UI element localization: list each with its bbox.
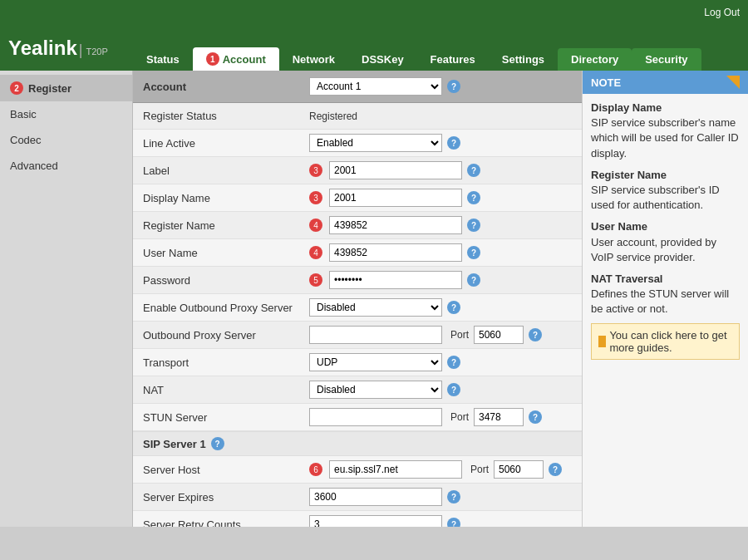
note-content: Display NameSIP service subscriber's nam… [583,94,748,366]
note-link[interactable]: You can click here to get more guides. [591,323,740,360]
note-user-name: User NameUser account, provided by VoIP … [591,219,740,265]
display-name-input[interactable] [329,189,462,207]
user-name-row: User Name 4 ? [133,239,582,267]
sidebar-register-label: Register [28,82,71,95]
note-panel: NOTE Display NameSIP service subscriber'… [582,71,748,527]
sip-server1-help-icon[interactable]: ? [211,437,224,450]
transport-help-icon[interactable]: ? [447,356,460,369]
outbound-proxy-label: Outbound Proxy Server [143,329,309,341]
sip1-port-label: Port [470,464,489,475]
display-name-control: 3 ? [309,189,480,207]
sip-server1-header: SIP Server 1 ? [133,431,582,456]
register-status-row: Register Status Registered [133,103,582,130]
nav-network[interactable]: Network [279,48,348,71]
transport-select[interactable]: UDP TCP TLS [309,353,442,371]
note-link-icon [598,336,606,347]
note-register-name: Register NameSIP service subscriber's ID… [591,168,740,214]
outbound-proxy-help-icon[interactable]: ? [529,328,542,341]
nav-settings-label: Settings [502,53,544,66]
sip1-retry-row: Server Retry Counts ? [133,511,582,527]
account-select[interactable]: Account 1 Account 2 Account 3 [309,77,442,96]
header: Log Out [0,0,748,25]
account-help-icon[interactable]: ? [447,80,460,93]
register-name-help-icon[interactable]: ? [467,219,480,232]
register-status-control: Registered [309,111,357,122]
stun-row: STUN Server Port ? [133,404,582,431]
main-layout: 2 Register Basic Codec Advanced Account … [0,71,748,527]
label-help-icon[interactable]: ? [467,164,480,177]
nav-features-label: Features [431,53,475,66]
stun-input[interactable] [309,408,442,426]
label-field-label: Label [143,165,309,177]
outbound-proxy-input[interactable] [309,326,442,344]
outbound-enable-control: Disabled Enabled ? [309,298,460,317]
label-control: 3 ? [309,161,480,179]
label-badge: 3 [309,164,322,177]
sip1-retry-help-icon[interactable]: ? [447,518,460,527]
register-name-label: Register Name [143,219,309,232]
sidebar-advanced-label: Advanced [10,160,58,172]
nav-settings[interactable]: Settings [489,48,558,71]
sip1-host-badge: 6 [309,463,322,476]
nat-row: NAT Disabled Enabled ? [133,376,582,404]
account-header-label: Account [143,81,309,93]
sip1-expires-input[interactable] [309,488,442,506]
sip1-port-input[interactable] [494,460,544,479]
sidebar-item-register[interactable]: 2 Register [0,75,132,101]
form-container: Account Account 1 Account 2 Account 3 ? … [133,71,582,527]
sidebar-item-basic[interactable]: Basic [0,101,132,127]
sidebar-item-codec[interactable]: Codec [0,127,132,153]
transport-row: Transport UDP TCP TLS ? [133,349,582,376]
outbound-enable-help-icon[interactable]: ? [447,301,460,314]
display-name-label: Display Name [143,192,309,204]
register-status-label: Register Status [143,110,309,122]
nav-security-label: Security [645,53,687,66]
sidebar-item-advanced[interactable]: Advanced [0,153,132,179]
stun-port-input[interactable] [474,408,524,426]
logo-model: T20P [86,47,107,56]
sip1-host-input[interactable] [329,460,462,479]
password-help-icon[interactable]: ? [467,273,480,287]
nav-directory[interactable]: Directory [558,48,632,71]
sip-server1-title: SIP Server 1 [143,438,206,450]
logo-brand: Yealink [8,37,77,60]
outbound-port-input[interactable] [474,326,524,344]
nav-dsskey[interactable]: DSSKey [348,48,417,71]
display-name-help-icon[interactable]: ? [467,191,480,204]
user-name-input[interactable] [329,243,462,262]
nav-features[interactable]: Features [417,48,489,71]
register-name-input[interactable] [329,216,462,234]
nat-help-icon[interactable]: ? [447,383,460,396]
register-name-badge: 4 [309,219,322,232]
nav-status-label: Status [146,53,180,66]
sip1-expires-help-icon[interactable]: ? [447,490,460,504]
user-name-help-icon[interactable]: ? [467,246,480,259]
transport-control: UDP TCP TLS ? [309,353,460,371]
register-name-control: 4 ? [309,216,480,234]
password-input[interactable] [329,271,462,289]
nav-account[interactable]: 1 Account [193,47,279,71]
line-active-select[interactable]: Enabled Disabled [309,134,442,152]
sip1-host-row: Server Host 6 Port ? [133,456,582,484]
sip1-expires-row: Server Expires ? [133,484,582,511]
nat-select[interactable]: Disabled Enabled [309,381,442,399]
line-active-label: Line Active [143,137,309,150]
sip1-expires-label: Server Expires [143,491,309,504]
user-name-control: 4 ? [309,243,480,262]
password-control: 5 ? [309,271,480,289]
sip1-host-label: Server Host [143,464,309,476]
user-name-badge: 4 [309,246,322,259]
line-active-help-icon[interactable]: ? [447,136,460,150]
sip1-host-help-icon[interactable]: ? [549,463,562,476]
logout-link[interactable]: Log Out [704,7,740,18]
outbound-enable-row: Enable Outbound Proxy Server Disabled En… [133,294,582,322]
nav-security[interactable]: Security [632,48,701,71]
nat-control: Disabled Enabled ? [309,381,460,399]
outbound-enable-select[interactable]: Disabled Enabled [309,298,442,317]
stun-control: Port ? [309,408,542,426]
sip1-retry-input[interactable] [309,515,442,527]
label-input[interactable] [329,161,462,179]
nav-status[interactable]: Status [133,48,193,71]
stun-help-icon[interactable]: ? [529,410,542,424]
outbound-enable-label: Enable Outbound Proxy Server [143,302,309,314]
